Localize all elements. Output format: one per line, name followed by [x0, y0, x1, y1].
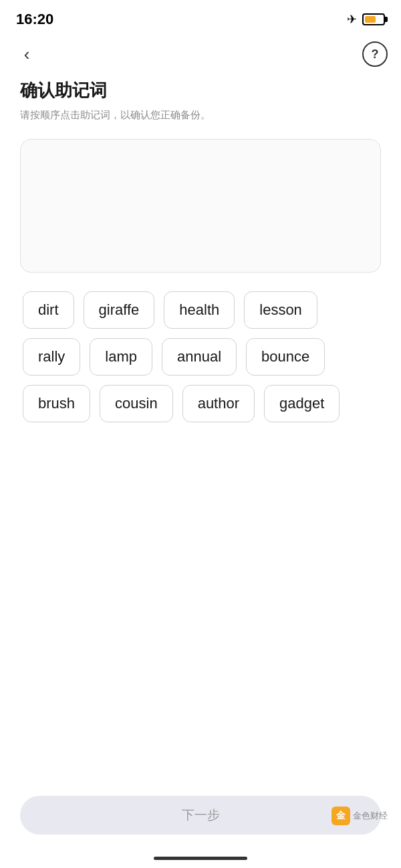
content-area: 确认助记词 请按顺序点击助记词，以确认您正确备份。 dirtgiraffehea…	[0, 72, 401, 436]
battery-fill	[365, 16, 376, 23]
status-icons: ✈	[347, 12, 385, 27]
words-container: dirtgiraffehealthlessonrallylampannualbo…	[20, 291, 381, 422]
battery-icon	[362, 13, 385, 25]
mnemonic-display-box	[20, 139, 381, 273]
word-lesson[interactable]: lesson	[244, 291, 317, 329]
bottom-area: 下一步	[20, 796, 381, 835]
status-time: 16:20	[16, 11, 53, 28]
status-bar: 16:20 ✈	[0, 0, 401, 36]
word-health[interactable]: health	[164, 291, 235, 329]
home-indicator	[154, 857, 247, 860]
word-bounce[interactable]: bounce	[246, 338, 325, 376]
page-title: 确认助记词	[20, 79, 381, 102]
watermark-logo: 金	[331, 807, 350, 825]
word-annual[interactable]: annual	[162, 338, 237, 376]
next-button[interactable]: 下一步	[20, 796, 381, 835]
word-author[interactable]: author	[182, 385, 255, 422]
word-cousin[interactable]: cousin	[100, 385, 173, 422]
word-dirt[interactable]: dirt	[23, 291, 74, 329]
word-rally[interactable]: rally	[23, 338, 80, 376]
airplane-icon: ✈	[347, 12, 357, 27]
word-gadget[interactable]: gadget	[264, 385, 340, 422]
page-subtitle: 请按顺序点击助记词，以确认您正确备份。	[20, 108, 381, 123]
word-brush[interactable]: brush	[23, 385, 90, 422]
word-giraffe[interactable]: giraffe	[84, 291, 155, 329]
word-lamp[interactable]: lamp	[90, 338, 152, 376]
nav-bar: ‹ ?	[0, 36, 401, 72]
watermark: 金 金色财经	[331, 807, 388, 825]
help-button[interactable]: ?	[362, 41, 388, 67]
watermark-text: 金色财经	[353, 810, 388, 822]
back-button[interactable]: ‹	[13, 41, 40, 67]
